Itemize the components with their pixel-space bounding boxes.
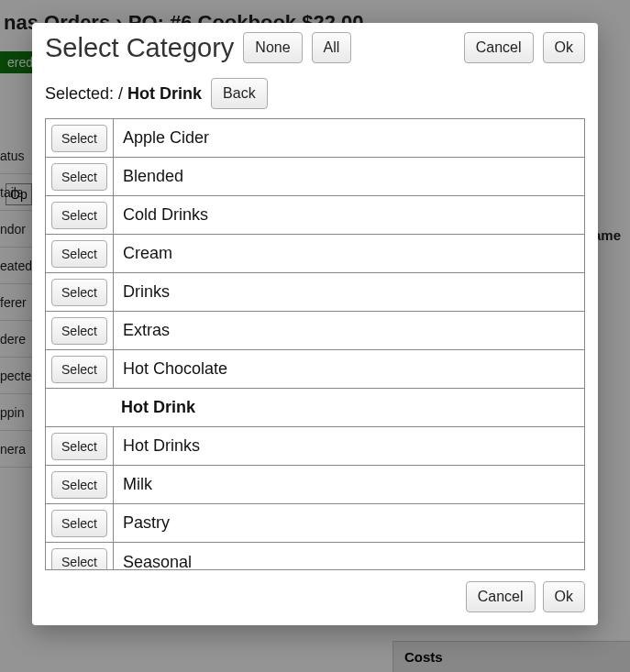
category-row: SelectHot Drinks <box>46 427 584 466</box>
select-button[interactable]: Select <box>51 125 107 152</box>
category-name[interactable]: Drinks <box>114 282 170 302</box>
category-row: SelectSeasonal <box>46 543 584 570</box>
category-row: SelectMilk <box>46 466 584 504</box>
selected-breadcrumb: Selected: / Hot Drink Back <box>45 78 585 109</box>
category-name[interactable]: Cream <box>114 244 172 263</box>
select-button[interactable]: Select <box>51 356 107 383</box>
all-button[interactable]: All <box>312 32 352 63</box>
select-cell: Select <box>46 312 114 349</box>
category-row: SelectDrinks <box>46 273 584 312</box>
category-list: SelectApple CiderSelectBlendedSelectCold… <box>45 118 585 570</box>
select-cell: Select <box>46 466 114 503</box>
category-row: SelectExtras <box>46 312 584 350</box>
cancel-button-top[interactable]: Cancel <box>464 32 534 63</box>
select-button[interactable]: Select <box>51 202 107 229</box>
select-button[interactable]: Select <box>51 279 107 306</box>
select-cell: Select <box>46 273 114 311</box>
category-name[interactable]: Blended <box>114 167 183 186</box>
select-cell: Select <box>46 427 114 465</box>
select-cell: Select <box>46 158 114 195</box>
select-cell: Select <box>46 504 114 542</box>
select-button[interactable]: Select <box>51 240 107 268</box>
category-name[interactable]: Extras <box>114 321 170 340</box>
select-button[interactable]: Select <box>51 317 107 345</box>
category-row: SelectBlended <box>46 158 584 196</box>
select-cell: Select <box>46 543 114 570</box>
select-button[interactable]: Select <box>51 471 107 499</box>
category-name[interactable]: Hot Drinks <box>114 436 200 456</box>
category-row: SelectHot Chocolate <box>46 350 584 389</box>
category-row: SelectApple Cider <box>46 119 584 158</box>
select-button[interactable]: Select <box>51 433 107 460</box>
select-cell: Select <box>46 235 114 272</box>
back-button[interactable]: Back <box>211 78 268 109</box>
category-name[interactable]: Seasonal <box>114 553 192 571</box>
select-cell: Select <box>46 119 114 157</box>
category-name[interactable]: Hot Chocolate <box>114 359 227 379</box>
select-cell: Select <box>46 350 114 388</box>
selected-prefix: Selected: / <box>45 84 123 103</box>
category-name-selected: Hot Drink <box>46 398 195 417</box>
cancel-button-bottom[interactable]: Cancel <box>466 581 536 612</box>
modal-header: Select Category None All Cancel Ok <box>45 32 585 63</box>
select-button[interactable]: Select <box>51 510 107 537</box>
category-row: SelectCold Drinks <box>46 196 584 235</box>
ok-button-top[interactable]: Ok <box>543 32 585 63</box>
modal-title: Select Category <box>45 33 234 63</box>
select-button[interactable]: Select <box>51 163 107 191</box>
none-button[interactable]: None <box>243 32 302 63</box>
category-row: Hot Drink <box>46 389 584 427</box>
modal-footer: Cancel Ok <box>45 581 585 612</box>
category-row: SelectCream <box>46 235 584 273</box>
selected-category-name: Hot Drink <box>127 84 202 103</box>
select-cell: Select <box>46 196 114 234</box>
select-button[interactable]: Select <box>51 548 107 570</box>
category-row: SelectPastry <box>46 504 584 543</box>
category-name[interactable]: Milk <box>114 475 152 494</box>
category-name[interactable]: Apple Cider <box>114 128 209 148</box>
category-name[interactable]: Pastry <box>114 513 170 533</box>
category-name[interactable]: Cold Drinks <box>114 205 208 225</box>
ok-button-bottom[interactable]: Ok <box>543 581 585 612</box>
select-category-modal: Select Category None All Cancel Ok Selec… <box>32 23 598 625</box>
